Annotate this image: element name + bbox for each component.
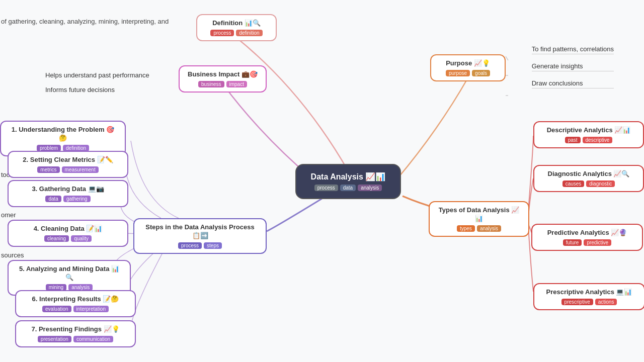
tag-mining: mining xyxy=(46,284,66,291)
gathering-tags: data gathering xyxy=(45,196,90,202)
steps-tags: process steps xyxy=(178,242,222,249)
predictive-tags: future predictive xyxy=(563,239,611,246)
tag-analysis: analysis xyxy=(358,185,382,191)
business-impact-title: Business Impact 💼🎯 xyxy=(188,70,258,79)
center-node[interactable]: Data Analysis 📈📊 process data analysis xyxy=(295,164,401,199)
diagnostic-tags: causes diagnostic xyxy=(562,180,615,187)
metrics-tags: metrics measurement xyxy=(37,166,98,173)
tag-steps-process: process xyxy=(178,242,202,249)
mining-title: 5. Analyzing and Mining Data 📊🔍 xyxy=(16,265,123,282)
svg-line-0 xyxy=(506,56,508,60)
center-tags: process data analysis xyxy=(314,185,382,191)
interpreting-tags: evaluation interpretation xyxy=(42,306,109,312)
presenting-tags: presentation communication xyxy=(38,336,113,342)
tag-def-definition: definition xyxy=(236,30,262,36)
tag-business: business xyxy=(198,81,224,87)
tag-types: types xyxy=(457,225,475,232)
tag-quality: quality xyxy=(71,235,92,242)
business-item-2: Informs future decisions xyxy=(45,86,149,94)
tag-future: future xyxy=(563,239,582,246)
tag-past: past xyxy=(565,137,581,143)
definition-tags: process definition xyxy=(210,30,262,36)
tag-metrics: metrics xyxy=(37,166,59,173)
tag-measurement: measurement xyxy=(62,166,99,173)
purpose-tags: purpose goals xyxy=(446,70,490,76)
cleaning-node[interactable]: 4. Cleaning Data 📝📊 cleaning quality xyxy=(8,220,128,247)
tag-actions: actions xyxy=(595,299,617,305)
interpreting-title: 6. Interpreting Results 📝🤔 xyxy=(32,295,119,304)
tag-impact: impact xyxy=(226,81,247,87)
tag-problem-def: definition xyxy=(63,145,89,151)
predictive-node[interactable]: Predictive Analytics 📈🔮 future predictiv… xyxy=(531,224,643,251)
tag-descriptive: descriptive xyxy=(583,137,613,143)
descriptive-title: Descriptive Analytics 📈📊 xyxy=(547,126,631,135)
tag-prescriptive: prescriptive xyxy=(561,299,593,305)
business-impact-tags: business impact xyxy=(198,81,247,87)
predictive-title: Predictive Analytics 📈🔮 xyxy=(547,229,627,237)
intro-text: of gathering, cleaning, analyzing, minin… xyxy=(1,18,169,25)
tag-data: data xyxy=(340,185,356,191)
tag-presentation: presentation xyxy=(38,336,71,342)
types-node[interactable]: Types of Data Analysis 📈📊 types analysis xyxy=(429,201,529,237)
tag-evaluation: evaluation xyxy=(42,306,71,312)
prescriptive-tags: prescriptive actions xyxy=(561,299,617,305)
gathering-node[interactable]: 3. Gathering Data 💻📷 data gathering xyxy=(8,180,128,207)
definition-title: Definition 📊🔍 xyxy=(212,19,261,28)
understanding-tags: problem definition xyxy=(37,145,89,151)
tag-communication: communication xyxy=(73,336,113,342)
tag-def-process: process xyxy=(210,30,234,36)
tag-types-analysis: analysis xyxy=(477,225,501,232)
cleaning-title: 4. Cleaning Data 📝📊 xyxy=(34,225,103,233)
types-tags: types analysis xyxy=(457,225,501,232)
tag-steps-steps: steps xyxy=(204,242,222,249)
purpose-node[interactable]: Purpose 📈💡 purpose goals xyxy=(430,54,506,81)
steps-title: Steps in the Data Analysis Process 📋➡️ xyxy=(141,223,259,240)
center-title: Data Analysis 📈📊 xyxy=(311,172,386,183)
tag-predictive: predictive xyxy=(584,239,611,246)
purpose-title: Purpose 📈💡 xyxy=(446,59,490,68)
tag-problem: problem xyxy=(37,145,61,151)
interpreting-node[interactable]: 6. Interpreting Results 📝🤔 evaluation in… xyxy=(15,290,136,317)
tag-interpretation: interpretation xyxy=(73,306,109,312)
business-impact-node[interactable]: Business Impact 💼🎯 business impact xyxy=(179,65,267,93)
definition-node[interactable]: Definition 📊🔍 process definition xyxy=(196,14,277,41)
tag-goals: goals xyxy=(472,70,490,76)
metrics-title: 2. Setting Clear Metrics 📝✏️ xyxy=(23,156,113,164)
tag-gathering: gathering xyxy=(63,196,91,202)
business-item-1: Helps understand past performance xyxy=(45,71,149,79)
understanding-title: 1. Understanding the Problem 🎯🤔 xyxy=(8,126,118,143)
tag-purpose: purpose xyxy=(446,70,470,76)
mind-map-canvas: of gathering, cleaning, analyzing, minin… xyxy=(0,0,644,362)
omer-label: omer xyxy=(1,211,16,219)
types-title: Types of Data Analysis 📈📊 xyxy=(437,206,521,223)
descriptive-node[interactable]: Descriptive Analytics 📈📊 past descriptiv… xyxy=(533,121,644,148)
tag-process: process xyxy=(314,185,338,191)
purpose-item-2: Generate insights xyxy=(532,62,614,71)
purpose-item-1: To find patterns, correlations xyxy=(532,45,614,54)
tag-cleaning: cleaning xyxy=(44,235,69,242)
cleaning-tags: cleaning quality xyxy=(44,235,92,242)
tag-gathering-data: data xyxy=(45,196,61,202)
tag-mining-analysis: analysis xyxy=(68,284,93,291)
descriptive-tags: past descriptive xyxy=(565,137,613,143)
diagnostic-node[interactable]: Diagnostic Analytics 📈🔍 causes diagnosti… xyxy=(533,165,644,192)
presenting-node[interactable]: 7. Presenting Findings 📈💡 presentation c… xyxy=(15,320,136,347)
prescriptive-node[interactable]: Prescriptive Analytics 💻📊 prescriptive a… xyxy=(533,283,644,310)
purpose-items: To find patterns, correlations Generate … xyxy=(532,45,614,88)
metrics-node[interactable]: 2. Setting Clear Metrics 📝✏️ metrics mea… xyxy=(8,151,128,178)
steps-node[interactable]: Steps in the Data Analysis Process 📋➡️ p… xyxy=(133,218,267,254)
purpose-item-3: Draw conclusions xyxy=(532,79,614,88)
presenting-title: 7. Presenting Findings 📈💡 xyxy=(31,325,119,334)
mining-tags: mining analysis xyxy=(46,284,93,291)
tag-diagnostic: diagnostic xyxy=(586,180,615,187)
gathering-title: 3. Gathering Data 💻📷 xyxy=(32,185,104,194)
tag-causes: causes xyxy=(562,180,585,187)
diagnostic-title: Diagnostic Analytics 📈🔍 xyxy=(548,170,630,178)
prescriptive-title: Prescriptive Analytics 💻📊 xyxy=(546,288,632,297)
sources-label: sources xyxy=(1,251,24,259)
business-items: Helps understand past performance Inform… xyxy=(45,71,149,94)
